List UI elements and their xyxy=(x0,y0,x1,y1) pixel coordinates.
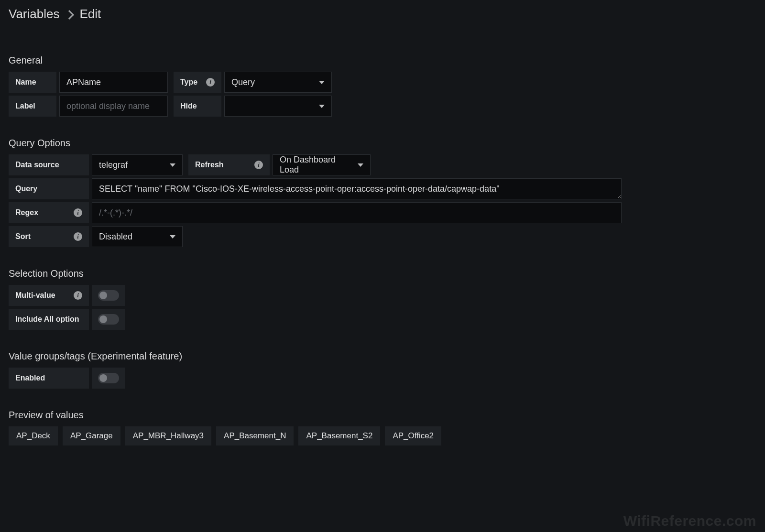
label-enabled-text: Enabled xyxy=(15,374,45,382)
regex-input[interactable] xyxy=(92,202,622,223)
label-name-text: Name xyxy=(15,78,36,87)
refresh-select[interactable]: On Dashboard Load xyxy=(273,154,371,175)
label-multi-value-text: Multi-value xyxy=(15,291,55,300)
toggle-enabled[interactable] xyxy=(98,373,119,383)
breadcrumb-root[interactable]: Variables xyxy=(9,7,59,22)
label-label-text: Label xyxy=(15,102,35,110)
preview-chips: AP_DeckAP_GarageAP_MBR_Hallway3AP_Baseme… xyxy=(9,426,756,445)
refresh-select-value: On Dashboard Load xyxy=(280,155,352,175)
label-regex: Regex i xyxy=(9,202,89,223)
sort-select-value: Disabled xyxy=(99,232,132,242)
label-refresh: Refresh i xyxy=(188,154,270,175)
preview-chip[interactable]: AP_Office2 xyxy=(385,426,441,445)
preview-chip[interactable]: AP_Deck xyxy=(9,426,58,445)
preview-chip[interactable]: AP_Basement_N xyxy=(216,426,294,445)
label-enabled: Enabled xyxy=(9,368,89,389)
caret-down-icon xyxy=(358,163,363,167)
label-multi-value: Multi-value i xyxy=(9,285,89,306)
section-title-query-options: Query Options xyxy=(9,138,756,149)
chevron-right-icon xyxy=(65,10,75,20)
info-icon[interactable]: i xyxy=(74,208,82,217)
info-icon[interactable]: i xyxy=(74,232,82,241)
label-include-all-text: Include All option xyxy=(15,315,79,324)
label-datasource-text: Data source xyxy=(15,161,59,169)
section-value-groups: Value groups/tags (Experimental feature)… xyxy=(9,351,756,389)
label-refresh-text: Refresh xyxy=(195,161,224,169)
label-name: Name xyxy=(9,72,56,93)
breadcrumb-current: Edit xyxy=(79,7,101,22)
section-preview: Preview of values AP_DeckAP_GarageAP_MBR… xyxy=(9,410,756,445)
section-general: General Name Type i Query Label Hide xyxy=(9,55,756,117)
watermark: WifiReference.com xyxy=(623,513,756,529)
label-label: Label xyxy=(9,96,56,117)
label-sort: Sort i xyxy=(9,226,89,247)
label-type: Type i xyxy=(174,72,221,93)
label-query: Query xyxy=(9,178,89,199)
label-input[interactable] xyxy=(59,96,168,117)
info-icon[interactable]: i xyxy=(74,291,82,300)
name-input[interactable] xyxy=(59,72,168,93)
label-datasource: Data source xyxy=(9,154,89,175)
caret-down-icon xyxy=(319,81,325,84)
section-title-general: General xyxy=(9,55,756,66)
section-title-selection-options: Selection Options xyxy=(9,268,756,279)
label-type-text: Type xyxy=(180,78,197,87)
section-query-options: Query Options Data source telegraf Refre… xyxy=(9,138,756,247)
label-include-all: Include All option xyxy=(9,309,89,330)
breadcrumb: Variables Edit xyxy=(9,7,756,22)
preview-chip[interactable]: AP_Basement_S2 xyxy=(298,426,380,445)
caret-down-icon xyxy=(170,235,175,239)
preview-chip[interactable]: AP_Garage xyxy=(63,426,120,445)
toggle-enabled-wrap xyxy=(92,368,125,389)
query-textarea[interactable] xyxy=(92,178,622,199)
caret-down-icon xyxy=(319,105,325,108)
toggle-multi-value[interactable] xyxy=(98,290,119,301)
datasource-select[interactable]: telegraf xyxy=(92,154,183,175)
toggle-include-all-wrap xyxy=(92,309,125,330)
section-title-value-groups: Value groups/tags (Experimental feature) xyxy=(9,351,756,362)
section-selection-options: Selection Options Multi-value i Include … xyxy=(9,268,756,330)
label-hide-text: Hide xyxy=(180,102,197,110)
caret-down-icon xyxy=(170,163,175,167)
label-regex-text: Regex xyxy=(15,208,38,217)
datasource-select-value: telegraf xyxy=(99,160,128,170)
type-select[interactable]: Query xyxy=(224,72,332,93)
label-sort-text: Sort xyxy=(15,232,31,241)
toggle-include-all[interactable] xyxy=(98,314,119,325)
type-select-value: Query xyxy=(231,77,255,87)
info-icon[interactable]: i xyxy=(254,161,263,169)
sort-select[interactable]: Disabled xyxy=(92,226,183,247)
toggle-multi-value-wrap xyxy=(92,285,125,306)
preview-chip[interactable]: AP_MBR_Hallway3 xyxy=(125,426,211,445)
label-hide: Hide xyxy=(174,96,221,117)
label-query-text: Query xyxy=(15,185,37,193)
section-title-preview: Preview of values xyxy=(9,410,756,421)
hide-select[interactable] xyxy=(224,96,332,117)
info-icon[interactable]: i xyxy=(206,78,215,87)
